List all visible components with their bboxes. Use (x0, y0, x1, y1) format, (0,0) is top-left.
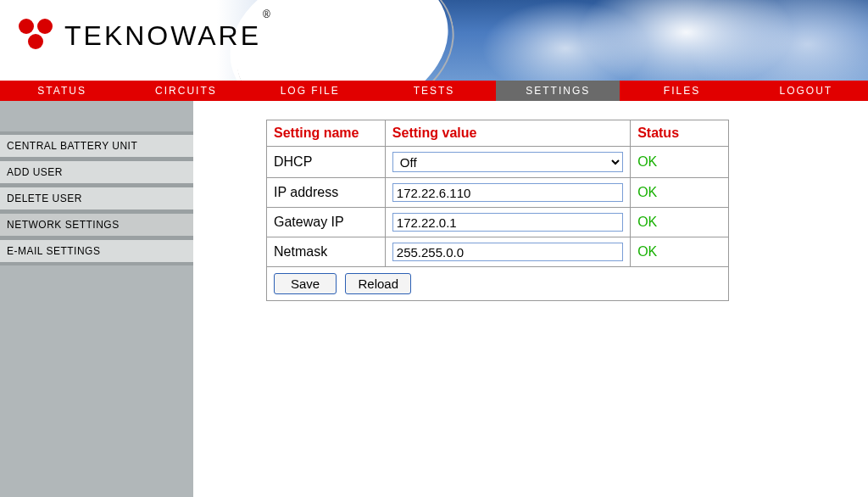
setting-name-cell: Netmask (267, 237, 386, 267)
setting-value-cell (385, 208, 630, 237)
sidebar-item-add-user[interactable]: ADD USER (0, 160, 193, 184)
sidebar-item-email-settings[interactable]: E-MAIL SETTINGS (0, 239, 193, 263)
reload-button[interactable]: Reload (345, 273, 411, 294)
status-cell: OK (631, 147, 729, 178)
sidebar-item-central-battery-unit[interactable]: CENTRAL BATTERY UNIT (0, 134, 193, 158)
nav-tab-tests[interactable]: TESTS (372, 81, 496, 101)
col-header-status: Status (631, 120, 729, 147)
body: CENTRAL BATTERY UNIT ADD USER DELETE USE… (0, 101, 868, 497)
ip-address-input[interactable] (392, 183, 623, 202)
sidebar-item-network-settings[interactable]: NETWORK SETTINGS (0, 213, 193, 237)
brand-name: TEKNOWARE (64, 20, 261, 51)
table-button-row: Save Reload (267, 267, 729, 301)
settings-table: Setting name Setting value Status DHCP O… (266, 120, 729, 301)
brand-logo-icon (19, 19, 56, 53)
setting-value-cell (385, 178, 630, 208)
nav-tab-files[interactable]: FILES (620, 81, 743, 101)
sidebar-item-delete-user[interactable]: DELETE USER (0, 187, 193, 210)
status-cell: OK (631, 208, 729, 237)
button-cell: Save Reload (267, 267, 729, 301)
header: TEKNOWARE® (0, 0, 868, 81)
setting-name-cell: DHCP (267, 147, 386, 178)
nav-tab-settings[interactable]: SETTINGS (496, 81, 620, 101)
brand-logo-text: TEKNOWARE® (64, 20, 270, 52)
setting-value-cell: Off (385, 147, 630, 178)
brand-logo: TEKNOWARE® (19, 19, 270, 53)
col-header-setting-name: Setting name (267, 120, 386, 147)
top-nav: STATUS CIRCUITS LOG FILE TESTS SETTINGS … (0, 81, 868, 101)
table-row: IP address OK (267, 178, 729, 208)
content-area: Setting name Setting value Status DHCP O… (193, 101, 868, 497)
save-button[interactable]: Save (274, 273, 337, 294)
setting-value-cell (385, 237, 630, 267)
col-header-setting-value: Setting value (385, 120, 630, 147)
brand-registered-mark: ® (263, 8, 270, 20)
nav-tab-logfile[interactable]: LOG FILE (248, 81, 372, 101)
netmask-input[interactable] (392, 243, 623, 261)
table-row: DHCP Off OK (267, 147, 729, 178)
nav-tab-circuits[interactable]: CIRCUITS (124, 81, 248, 101)
status-cell: OK (631, 178, 729, 208)
nav-tab-status[interactable]: STATUS (0, 81, 124, 101)
dhcp-select[interactable]: Off (392, 152, 623, 172)
status-cell: OK (631, 237, 729, 267)
setting-name-cell: Gateway IP (267, 208, 386, 237)
nav-tab-logout[interactable]: LOGOUT (744, 81, 868, 101)
setting-name-cell: IP address (267, 178, 386, 208)
table-row: Netmask OK (267, 237, 729, 267)
table-row: Gateway IP OK (267, 208, 729, 237)
table-header-row: Setting name Setting value Status (267, 120, 729, 147)
sidebar: CENTRAL BATTERY UNIT ADD USER DELETE USE… (0, 101, 193, 497)
sidebar-separator (0, 263, 193, 265)
gateway-ip-input[interactable] (392, 213, 623, 232)
